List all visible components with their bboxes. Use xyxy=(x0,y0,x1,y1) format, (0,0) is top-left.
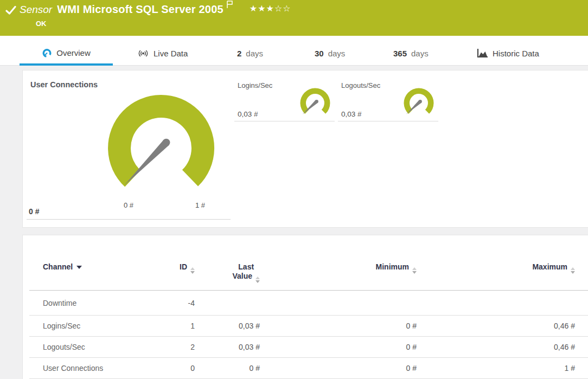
mini-gauge-value: 0,03 # xyxy=(341,110,362,118)
channel-name: Downtime xyxy=(43,299,151,307)
table-row-logouts-sec[interactable]: Logouts/Sec 2 0,03 # 0 # 0,46 # xyxy=(23,337,588,357)
channel-minimum: 0 # xyxy=(260,364,417,372)
channel-maximum: 0,46 # xyxy=(417,343,575,351)
mini-gauge-value: 0,03 # xyxy=(238,110,258,118)
sort-toggle-icon xyxy=(190,267,195,274)
channel-minimum: 0 # xyxy=(260,343,417,351)
user-connections-gauge xyxy=(77,80,251,197)
table-row-downtime[interactable]: Downtime -4 xyxy=(23,291,588,315)
tab-historic-data[interactable]: Historic Data xyxy=(476,48,539,58)
divider xyxy=(338,121,438,121)
column-header-last-value[interactable]: Last Value xyxy=(195,262,260,282)
channel-name: User Connections xyxy=(43,364,151,372)
logins-gauge xyxy=(299,87,333,118)
gauge-scale-min: 0 # xyxy=(118,201,139,209)
sort-toggle-icon xyxy=(571,267,575,274)
sensor-status-banner: Sensor WMI Microsoft SQL Server 2005 ★★★… xyxy=(0,0,588,36)
priority-flag-icon[interactable] xyxy=(226,1,233,9)
channels-table-panel: Channel ID Last Value Minimum Maximum Do… xyxy=(22,235,588,379)
column-label: Last xyxy=(232,262,260,272)
sort-desc-icon xyxy=(76,266,82,269)
channel-name: Logins/Sec xyxy=(43,322,151,330)
column-label: Channel xyxy=(43,262,73,271)
tab-label: Live Data xyxy=(154,49,188,58)
table-row-logins-sec[interactable]: Logins/Sec 1 0,03 # 0 # 0,46 # xyxy=(23,316,588,336)
sensor-title: WMI Microsoft SQL Server 2005 xyxy=(57,3,223,16)
mini-gauge-logouts: Logouts/Sec 0,03 # xyxy=(338,70,438,121)
tab-2-days[interactable]: 2 days xyxy=(237,49,263,58)
column-header-minimum[interactable]: Minimum xyxy=(260,262,417,282)
tab-number: 30 xyxy=(315,49,324,58)
sort-toggle-icon xyxy=(412,267,417,274)
tab-label: days xyxy=(246,49,263,58)
prtg-sensor-page: Sensor WMI Microsoft SQL Server 2005 ★★★… xyxy=(0,0,588,379)
channel-id: 1 xyxy=(151,322,195,330)
column-label: Minimum xyxy=(376,262,409,271)
channel-id: 0 xyxy=(151,364,195,372)
broadcast-icon xyxy=(137,49,149,58)
tab-30-days[interactable]: 30 days xyxy=(315,49,345,58)
sort-toggle-icon xyxy=(255,277,260,283)
logouts-gauge xyxy=(402,87,436,118)
table-header-row: Channel ID Last Value Minimum Maximum xyxy=(23,235,588,282)
column-header-maximum[interactable]: Maximum xyxy=(417,262,575,282)
tab-overview[interactable]: Overview xyxy=(20,48,113,58)
gauges-panel: User Connections 0 # 1 # 0 # Logins/Sec … xyxy=(22,70,588,228)
tab-live-data[interactable]: Live Data xyxy=(137,49,188,58)
channel-minimum: 0 # xyxy=(260,322,417,330)
active-tab-underline xyxy=(20,63,113,66)
column-label: Maximum xyxy=(532,262,567,271)
column-header-channel[interactable]: Channel xyxy=(43,262,151,282)
channel-name: Logouts/Sec xyxy=(43,343,151,351)
tab-365-days[interactable]: 365 days xyxy=(393,49,429,58)
sensor-kind-label: Sensor xyxy=(20,4,52,16)
tab-number: 365 xyxy=(393,49,407,58)
divider xyxy=(234,121,335,121)
tab-label: days xyxy=(411,49,429,58)
mini-gauge-title: Logins/Sec xyxy=(238,81,272,89)
primary-gauge-value: 0 # xyxy=(29,207,39,216)
channel-id: -4 xyxy=(151,299,195,307)
channel-last-value: 0 # xyxy=(195,364,260,372)
tab-label: Historic Data xyxy=(493,49,539,58)
channel-maximum: 0,46 # xyxy=(417,322,575,330)
gauge-scale-max: 1 # xyxy=(189,201,211,209)
table-row-user-connections[interactable]: User Connections 0 0 # 0 # 1 # xyxy=(23,358,588,378)
channel-id: 2 xyxy=(151,343,195,351)
column-label: ID xyxy=(180,262,187,271)
area-chart-icon xyxy=(476,48,488,58)
tab-bar: Overview Live Data 2 days 30 days 365 da… xyxy=(0,36,588,66)
gauge-icon xyxy=(42,48,52,58)
tab-number: 2 xyxy=(237,49,241,58)
sensor-status-text: OK xyxy=(36,20,47,28)
status-ok-check-icon xyxy=(5,5,16,16)
tab-label: Overview xyxy=(56,48,91,57)
priority-stars[interactable]: ★★★☆☆ xyxy=(250,3,291,14)
channel-last-value: 0,03 # xyxy=(195,322,260,330)
column-header-id[interactable]: ID xyxy=(151,262,195,282)
divider xyxy=(27,219,231,220)
channel-maximum: 1 # xyxy=(417,364,575,372)
column-label: Value xyxy=(232,272,252,280)
tab-label: days xyxy=(328,49,346,58)
channel-last-value: 0,03 # xyxy=(195,343,260,351)
mini-gauge-logins: Logins/Sec 0,03 # xyxy=(234,70,335,121)
mini-gauge-title: Logouts/Sec xyxy=(341,81,380,89)
